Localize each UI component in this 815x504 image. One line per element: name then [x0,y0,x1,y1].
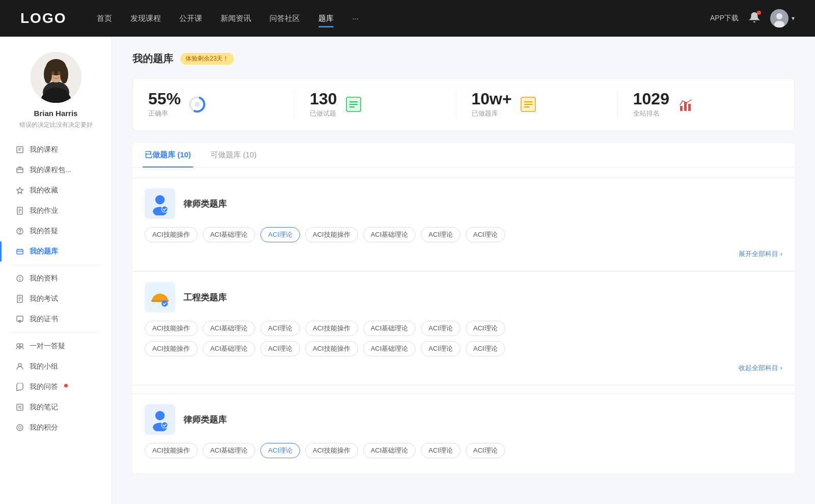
nav-menu: 首页 发现课程 公开课 新闻资讯 问答社区 题库 ··· [97,12,710,25]
svg-rect-60 [688,104,691,111]
svg-rect-16 [17,168,23,173]
tag-1b-1[interactable]: ACI基础理论 [203,341,256,356]
nav-home[interactable]: 首页 [97,12,112,25]
navbar-right: APP下载 ▾ [710,9,795,27]
sidebar-item-favorites[interactable]: 我的收藏 [0,180,112,201]
tab-done[interactable]: 已做题库 (10) [143,143,193,167]
nav-qa[interactable]: 问答社区 [269,12,300,25]
content-area: 已做题库 (10) 可做题库 (10) [132,143,795,474]
tag-1b-6[interactable]: ACI理论 [466,341,505,356]
sidebar-item-label: 我的资料 [30,274,58,283]
stat-rank: 1029 全站排名 [618,91,779,118]
sidebar-item-label: 我的作业 [30,206,58,215]
svg-point-30 [20,279,20,280]
bank-card-0: 律师类题库 ACI技能操作 ACI基础理论 ACI理论 ACI技能操作 ACI基… [132,178,795,271]
sidebar-item-group[interactable]: 我的小组 [0,356,112,377]
sidebar-divider [10,265,101,265]
svg-point-10 [51,71,55,75]
app-download-link[interactable]: APP下载 [710,14,739,23]
stat-done-questions-label: 已做试题 [310,109,337,118]
bank-icon-person-2 [145,404,175,435]
svg-point-67 [155,411,165,420]
sidebar-menu: 我的课程 我的课程包... 我的收藏 [0,139,112,438]
tag-2-2[interactable]: ACI理论 [260,443,300,458]
tag-0-1[interactable]: ACI基础理论 [203,227,256,242]
bank-title-2: 律师类题库 [183,414,227,426]
tag-2-3[interactable]: ACI技能操作 [305,443,358,458]
tag-1a-1[interactable]: ACI基础理论 [203,321,256,336]
tag-0-3[interactable]: ACI技能操作 [305,227,358,242]
sidebar-item-my-qa[interactable]: 我的问答 [0,377,112,397]
tab-available[interactable]: 可做题库 (10) [208,143,259,167]
group-icon [15,362,24,371]
nav-discover[interactable]: 发现课程 [130,12,161,25]
sidebar-item-label: 我的考试 [30,294,58,303]
avatar [770,9,789,27]
bank-icon-hardhat-1 [145,282,175,313]
sidebar-item-one-on-one[interactable]: 一对一答疑 [0,336,112,356]
tag-1a-0[interactable]: ACI技能操作 [145,321,198,336]
sidebar-item-exam[interactable]: 我的考试 [0,289,112,309]
sidebar-item-bank[interactable]: 我的题库 [0,241,112,262]
tag-0-4[interactable]: ACI基础理论 [363,227,416,242]
tag-2-6[interactable]: ACI理论 [466,443,505,458]
svg-rect-58 [680,106,683,111]
sidebar-item-label: 我的问答 [30,382,58,391]
tag-1b-2[interactable]: ACI理论 [260,341,300,356]
one-on-one-icon [15,342,24,351]
tag-0-2[interactable]: ACI理论 [260,227,300,242]
notification-bell[interactable] [749,12,760,25]
tag-1b-3[interactable]: ACI技能操作 [305,341,358,356]
sidebar-item-qa[interactable]: 我的答疑 [0,221,112,241]
main-content: 我的题库 体验剩余23天！ 55% 正确率 [112,37,815,504]
tag-1a-2[interactable]: ACI理论 [260,321,300,336]
sidebar-item-homework[interactable]: 我的作业 [0,201,112,221]
sidebar-item-course[interactable]: 我的课程 [0,139,112,160]
sidebar-item-material[interactable]: 我的资料 [0,268,112,289]
nav-bank[interactable]: 题库 [318,12,334,25]
svg-point-40 [18,363,21,367]
svg-point-66 [161,300,168,306]
tag-1a-4[interactable]: ACI基础理论 [363,321,416,336]
tags-row-0: ACI技能操作 ACI基础理论 ACI理论 ACI技能操作 ACI基础理论 AC… [145,227,782,242]
tag-1a-3[interactable]: ACI技能操作 [305,321,358,336]
banks-icon [519,95,537,114]
sidebar-item-package[interactable]: 我的课程包... [0,160,112,180]
svg-point-9 [60,65,68,83]
expand-link-0[interactable]: 展开全部科目 › [145,247,782,261]
tag-2-0[interactable]: ACI技能操作 [145,443,198,458]
user-avatar-area[interactable]: ▾ [770,9,795,27]
tag-1b-4[interactable]: ACI基础理论 [363,341,416,356]
tags-row-1b: ACI技能操作 ACI基础理论 ACI理论 ACI技能操作 ACI基础理论 AC… [145,341,782,356]
sidebar-item-notes[interactable]: 我的笔记 [0,397,112,417]
tag-1a-5[interactable]: ACI理论 [421,321,460,336]
tag-1a-6[interactable]: ACI理论 [466,321,505,336]
tag-1b-5[interactable]: ACI理论 [421,341,460,356]
svg-rect-13 [17,147,23,153]
sidebar-item-label: 我的小组 [30,362,58,371]
nav-more[interactable]: ··· [352,12,359,25]
tag-2-5[interactable]: ACI理论 [421,443,460,458]
course-icon [15,145,24,154]
package-icon [15,165,24,175]
tag-2-4[interactable]: ACI基础理论 [363,443,416,458]
question-icon [15,382,24,391]
stat-rank-value: 1029 [633,91,669,107]
sidebar-item-points[interactable]: 我的积分 [0,417,112,438]
tag-0-0[interactable]: ACI技能操作 [145,227,198,242]
svg-point-1 [776,13,782,19]
tag-2-1[interactable]: ACI基础理论 [203,443,256,458]
tabs-row: 已做题库 (10) 可做题库 (10) [132,143,795,167]
exam-icon [15,294,24,303]
sidebar-item-cert[interactable]: 我的证书 [0,309,112,329]
nav-open-course[interactable]: 公开课 [179,12,202,25]
trial-badge: 体验剩余23天！ [180,53,234,65]
tag-0-5[interactable]: ACI理论 [421,227,460,242]
stat-done-questions-value: 130 [310,91,337,107]
nav-news[interactable]: 新闻资讯 [221,12,251,25]
tag-1b-0[interactable]: ACI技能操作 [145,341,198,356]
svg-point-38 [17,344,20,347]
collapse-link-1[interactable]: 收起全部科目 › [145,361,782,375]
rank-chart-icon [676,95,695,114]
tag-0-6[interactable]: ACI理论 [466,227,505,242]
